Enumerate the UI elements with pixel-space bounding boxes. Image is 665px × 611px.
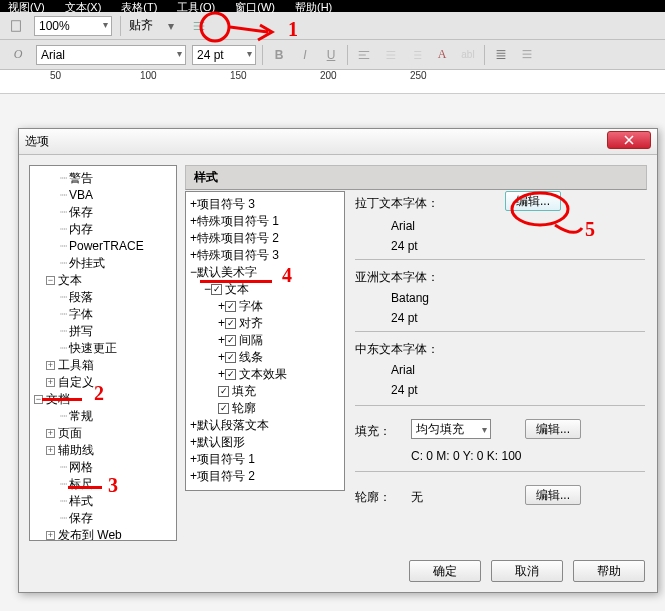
menu-tools[interactable]: 工具(O) [177,0,215,12]
collapse-icon[interactable]: − [190,264,197,281]
expand-icon[interactable]: + [46,429,55,438]
checkbox-checked-icon[interactable]: ✓ [218,403,229,414]
expand-icon[interactable]: + [218,298,225,315]
doc-icon[interactable] [6,16,26,36]
tree-general[interactable]: 常规 [69,408,93,425]
font-size-select[interactable]: 24 pt [192,45,256,65]
style-sp3[interactable]: 特殊项目符号 3 [197,247,279,264]
edit-latin-button[interactable]: 编辑... [505,191,561,211]
style-sp2[interactable]: 特殊项目符号 2 [197,230,279,247]
tree-guides[interactable]: 辅助线 [58,442,94,459]
tree-page[interactable]: 页面 [58,425,82,442]
expand-icon[interactable]: + [190,230,197,247]
para-icon[interactable] [491,45,511,65]
tree-save2[interactable]: 保存 [69,510,93,527]
tree-vba[interactable]: VBA [69,187,93,204]
tree-paragraph[interactable]: 段落 [69,289,93,306]
style-graphic[interactable]: 默认图形 [197,434,245,451]
expand-icon[interactable]: + [46,378,55,387]
style-text[interactable]: 文本 [225,281,249,298]
expand-icon[interactable]: + [190,417,197,434]
checkbox-checked-icon[interactable]: ✓ [225,335,236,346]
style-align[interactable]: 对齐 [239,315,263,332]
expand-icon[interactable]: + [190,247,197,264]
abl-icon[interactable]: abl [458,45,478,65]
tree-customize[interactable]: 自定义 [58,374,94,391]
checkbox-checked-icon[interactable]: ✓ [211,284,222,295]
tree-powertrace[interactable]: PowerTRACE [69,238,144,255]
zoom-select[interactable]: 100% [34,16,112,36]
menu-table[interactable]: 表格(T) [121,0,157,12]
options-icon[interactable] [189,16,209,36]
collapse-icon[interactable]: − [204,281,211,298]
checkbox-checked-icon[interactable]: ✓ [218,386,229,397]
dialog-titlebar[interactable]: 选项 [19,129,657,155]
style-lines[interactable]: 线条 [239,349,263,366]
expand-icon[interactable]: + [46,361,55,370]
menu-window[interactable]: 窗口(W) [235,0,275,12]
checkbox-checked-icon[interactable]: ✓ [225,318,236,329]
close-button[interactable] [607,131,651,149]
tree-publish[interactable]: 发布到 Web [58,527,122,541]
style-font[interactable]: 字体 [239,298,263,315]
ok-button[interactable]: 确定 [409,560,481,582]
fill-select[interactable]: 均匀填充 [411,419,491,439]
style-bullet3[interactable]: 项目符号 3 [197,196,255,213]
style-artistic[interactable]: 默认美术字 [197,264,257,281]
tree-ruler[interactable]: 标尺 [69,476,93,493]
style-outline[interactable]: 轮廓 [232,400,256,417]
menu-help[interactable]: 帮助(H) [295,0,332,12]
style-sp1[interactable]: 特殊项目符号 1 [197,213,279,230]
tree-style[interactable]: 样式 [69,493,93,510]
style-bullet2[interactable]: 项目符号 2 [197,468,255,485]
gear-icon[interactable] [517,45,537,65]
expand-icon[interactable]: + [218,332,225,349]
style-bullet1[interactable]: 项目符号 1 [197,451,255,468]
expand-icon[interactable]: + [218,315,225,332]
cancel-button[interactable]: 取消 [491,560,563,582]
style-spacing[interactable]: 间隔 [239,332,263,349]
menu-text[interactable]: 文本(X) [65,0,102,12]
expand-icon[interactable]: + [190,451,197,468]
tree-toolbox[interactable]: 工具箱 [58,357,94,374]
expand-icon[interactable]: + [190,213,197,230]
expand-icon[interactable]: + [218,366,225,383]
style-fill[interactable]: 填充 [232,383,256,400]
collapse-icon[interactable]: − [46,276,55,285]
tree-warning[interactable]: 警告 [69,170,93,187]
tree-spell[interactable]: 拼写 [69,323,93,340]
list-icon[interactable] [380,45,400,65]
category-tree[interactable]: ┈警告 ┈VBA ┈保存 ┈内存 ┈PowerTRACE ┈外挂式 −文本 ┈段… [29,165,177,541]
expand-icon[interactable]: + [190,434,197,451]
menu-view[interactable]: 视图(V) [8,0,45,12]
tree-memory[interactable]: 内存 [69,221,93,238]
expand-icon[interactable]: + [46,446,55,455]
checkbox-checked-icon[interactable]: ✓ [225,352,236,363]
tree-quickfix[interactable]: 快速更正 [69,340,117,357]
tree-font[interactable]: 字体 [69,306,93,323]
align-icon[interactable] [354,45,374,65]
tree-plugin[interactable]: 外挂式 [69,255,105,272]
expand-icon[interactable]: + [46,531,55,540]
style-paratext[interactable]: 默认段落文本 [197,417,269,434]
checkbox-checked-icon[interactable]: ✓ [225,301,236,312]
edit-outline-button[interactable]: 编辑... [525,485,581,505]
style-fx[interactable]: 文本效果 [239,366,287,383]
underline-icon[interactable]: U [321,45,341,65]
indent-icon[interactable] [406,45,426,65]
expand-icon[interactable]: + [190,196,197,213]
tree-save[interactable]: 保存 [69,204,93,221]
checkbox-checked-icon[interactable]: ✓ [225,369,236,380]
expand-icon[interactable]: + [218,349,225,366]
help-button[interactable]: 帮助 [573,560,645,582]
font-name-select[interactable]: Arial [36,45,186,65]
style-list[interactable]: +项目符号 3 +特殊项目符号 1 +特殊项目符号 2 +特殊项目符号 3 −默… [185,191,345,491]
snap-dropdown-icon[interactable]: ▾ [161,16,181,36]
expand-icon[interactable]: + [190,468,197,485]
tree-text[interactable]: 文本 [58,272,82,289]
tree-grid[interactable]: 网格 [69,459,93,476]
char-icon[interactable]: A [432,45,452,65]
bold-icon[interactable]: B [269,45,289,65]
italic-icon[interactable]: I [295,45,315,65]
edit-fill-button[interactable]: 编辑... [525,419,581,439]
